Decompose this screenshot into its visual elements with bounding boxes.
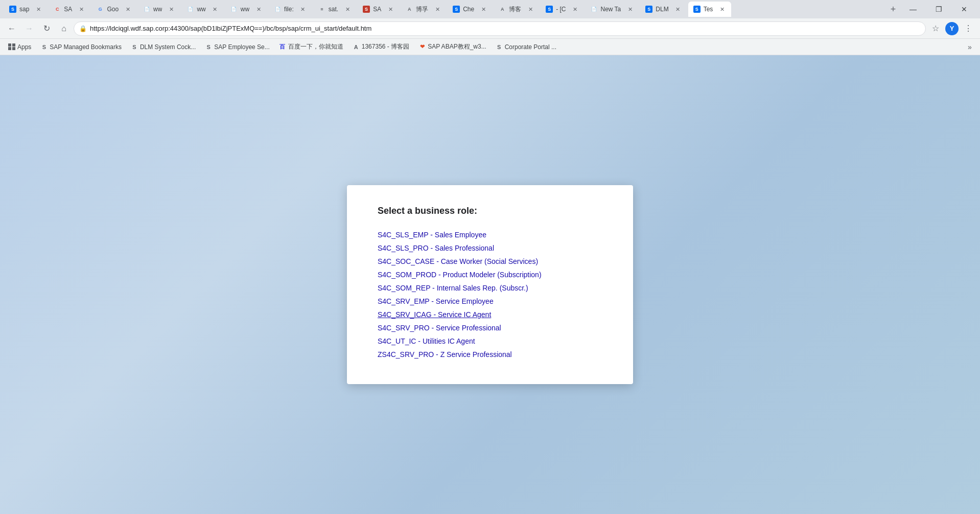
tab-close-button[interactable]: ✕ — [718, 5, 726, 13]
role-8[interactable]: S4C_SRV_PRO - Service Professional — [378, 324, 602, 332]
bm-emp[interactable]: S SAP Employee Se... — [201, 41, 274, 53]
tab-boz[interactable]: A 博孚 ✕ — [401, 2, 447, 17]
tab-close-button[interactable]: ✕ — [386, 5, 394, 13]
bookmark-favicon: ❤ — [418, 43, 426, 51]
menu-button[interactable]: ⋮ — [961, 21, 976, 36]
role-9-link[interactable]: S4C_UT_IC - Utilities IC Agent — [378, 337, 475, 345]
tab-bog[interactable]: A 博客 ✕ — [494, 2, 540, 17]
role-5[interactable]: S4C_SOM_REP - Internal Sales Rep. (Subsc… — [378, 284, 602, 292]
bookmark-favicon: S — [496, 43, 503, 51]
tab-label: ww — [153, 6, 162, 13]
tab-close-button[interactable]: ✕ — [34, 5, 42, 13]
back-button[interactable]: ← — [4, 21, 19, 36]
tab-sap3[interactable]: S - [C ✕ — [541, 2, 584, 17]
tab-close-button[interactable]: ✕ — [254, 5, 263, 13]
forward-button[interactable]: → — [21, 21, 37, 36]
dialog-title: Select a business role: — [378, 206, 602, 216]
role-9[interactable]: S4C_UT_IC - Utilities IC Agent — [378, 337, 602, 345]
tab-favicon: 📄 — [143, 6, 150, 13]
bookmark-favicon: 百 — [279, 43, 286, 51]
tab-sap2[interactable]: S SA ✕ — [358, 2, 400, 17]
tab-close-button[interactable]: ✕ — [299, 5, 307, 13]
tab-close-button[interactable]: ✕ — [674, 5, 682, 13]
reload-button[interactable]: ↻ — [39, 21, 54, 36]
tab-favicon: A — [406, 6, 413, 13]
tab-close-button[interactable]: ✕ — [479, 5, 487, 13]
tab-ww3[interactable]: 📄 ww ✕ — [225, 2, 268, 17]
role-1-link[interactable]: S4C_SLS_EMP - Sales Employee — [378, 231, 486, 239]
profile-button[interactable]: Y — [945, 22, 959, 35]
role-8-link[interactable]: S4C_SRV_PRO - Service Professional — [378, 324, 501, 332]
apps-button[interactable]: Apps — [4, 41, 35, 53]
address-bar[interactable]: 🔒 https://ldciqgl.wdf.sap.corp:44300/sap… — [74, 21, 926, 36]
role-2-link[interactable]: S4C_SLS_PRO - Sales Professional — [378, 244, 494, 252]
bookmark-label: 1367356 - 博客园 — [362, 42, 409, 51]
page-content: Select a business role: S4C_SLS_EMP - Sa… — [0, 55, 980, 514]
bm-corp[interactable]: S Corporate Portal ... — [492, 41, 561, 53]
tab-file[interactable]: 📄 file: ✕ — [269, 2, 312, 17]
role-3-link[interactable]: S4C_SOC_CASE - Case Worker (Social Servi… — [378, 257, 538, 265]
tab-label: file: — [284, 6, 294, 13]
bookmark-label: DLM System Cock... — [140, 43, 196, 51]
business-role-dialog: Select a business role: S4C_SLS_EMP - Sa… — [347, 185, 633, 384]
bm-baidu[interactable]: 百 百度一下，你就知道 — [275, 41, 347, 53]
tab-tes[interactable]: S Tes ✕ — [688, 2, 732, 17]
new-tab-button[interactable]: + — [886, 2, 900, 16]
tab-favicon: G — [97, 6, 104, 13]
tab-goo[interactable]: G Goo ✕ — [91, 2, 137, 17]
role-5-link[interactable]: S4C_SOM_REP - Internal Sales Rep. (Subsc… — [378, 284, 528, 292]
bookmark-star-button[interactable]: ☆ — [928, 21, 943, 36]
bookmarks-overflow-button[interactable]: » — [964, 41, 976, 53]
tab-label: sap — [19, 6, 29, 13]
role-6-link[interactable]: S4C_SRV_EMP - Service Employee — [378, 297, 494, 305]
tab-close-button[interactable]: ✕ — [571, 5, 579, 13]
tab-label: ww — [197, 6, 205, 13]
tab-label: - [C — [556, 6, 566, 13]
role-10[interactable]: ZS4C_SRV_PRO - Z Service Professional — [378, 350, 602, 359]
tab-ww1[interactable]: 📄 ww ✕ — [138, 2, 180, 17]
tab-favicon: S — [453, 6, 460, 13]
tab-che[interactable]: S Che ✕ — [448, 2, 493, 17]
tab-dlm[interactable]: S DLM ✕ — [640, 2, 687, 17]
role-3[interactable]: S4C_SOC_CASE - Case Worker (Social Servi… — [378, 257, 602, 265]
tab-close-button[interactable]: ✕ — [433, 5, 441, 13]
tab-close-button[interactable]: ✕ — [167, 5, 175, 13]
tab-close-button[interactable]: ✕ — [124, 5, 132, 13]
role-7[interactable]: S4C_SRV_ICAG - Service IC Agent — [378, 310, 602, 319]
bm-dlm[interactable]: S DLM System Cock... — [127, 41, 200, 53]
maximize-button[interactable]: ❐ — [927, 2, 950, 17]
tab-close-button[interactable]: ✕ — [526, 5, 534, 13]
close-button[interactable]: ✕ — [952, 2, 976, 17]
role-list: S4C_SLS_EMP - Sales EmployeeS4C_SLS_PRO … — [378, 231, 602, 359]
tab-close-button[interactable]: ✕ — [211, 5, 219, 13]
tab-favicon: C — [54, 6, 61, 13]
bm-1367[interactable]: A 1367356 - 博客园 — [348, 41, 413, 53]
lock-icon: 🔒 — [79, 25, 87, 32]
home-button[interactable]: ⌂ — [56, 21, 72, 36]
tab-new[interactable]: 📄 New Ta ✕ — [586, 2, 640, 17]
role-10-link[interactable]: ZS4C_SRV_PRO - Z Service Professional — [378, 350, 512, 359]
address-text: https://ldciqgl.wdf.sap.corp:44300/sap(b… — [90, 25, 920, 32]
title-bar: S sap ✕ C SA ✕ G Goo ✕ 📄 ww ✕ 📄 ww ✕ 📄 w… — [0, 0, 980, 18]
tab-sa2[interactable]: C SA ✕ — [49, 2, 90, 17]
role-4-link[interactable]: S4C_SOM_PROD - Product Modeler (Subscrip… — [378, 271, 542, 279]
role-1[interactable]: S4C_SLS_EMP - Sales Employee — [378, 231, 602, 239]
tab-ww2[interactable]: 📄 ww ✕ — [181, 2, 224, 17]
tab-sap[interactable]: S sap ✕ — [4, 2, 48, 17]
tab-close-button[interactable]: ✕ — [77, 5, 85, 13]
role-6[interactable]: S4C_SRV_EMP - Service Employee — [378, 297, 602, 305]
apps-label: Apps — [17, 43, 31, 51]
tab-sat[interactable]: ≡ sat. ✕ — [313, 2, 357, 17]
tab-close-button[interactable]: ✕ — [343, 5, 352, 13]
bookmark-label: SAP Employee Se... — [214, 43, 270, 51]
bm-sap-managed[interactable]: S SAP Managed Bookmarks — [36, 41, 126, 53]
bookmark-favicon: S — [40, 43, 48, 51]
tab-close-button[interactable]: ✕ — [626, 5, 634, 13]
bm-abap[interactable]: ❤ SAP ABAP教程_w3... — [414, 41, 491, 53]
role-7-link[interactable]: S4C_SRV_ICAG - Service IC Agent — [378, 310, 491, 319]
bookmarks-bar: Apps S SAP Managed Bookmarks S DLM Syste… — [0, 39, 980, 55]
role-4[interactable]: S4C_SOM_PROD - Product Modeler (Subscrip… — [378, 271, 602, 279]
role-2[interactable]: S4C_SLS_PRO - Sales Professional — [378, 244, 602, 252]
minimize-button[interactable]: — — [901, 2, 925, 17]
tab-label: sat. — [329, 6, 338, 13]
